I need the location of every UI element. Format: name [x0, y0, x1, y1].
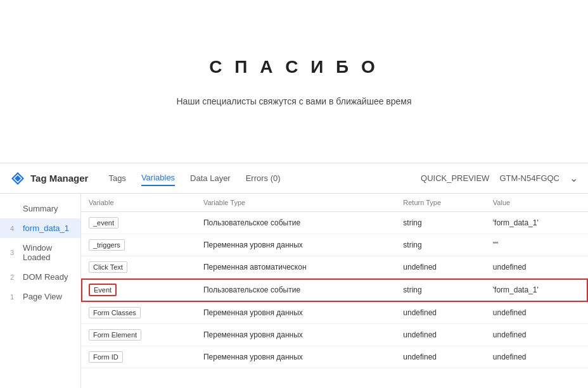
nav-datalayer[interactable]: Data Layer [190, 171, 231, 185]
variable-name: Form Element [89, 329, 141, 341]
thank-you-title: С П А С И Б О [209, 57, 379, 77]
variable-name: Form Classes [89, 307, 141, 318]
return-type: string [395, 278, 485, 302]
value-cell: undefined [485, 256, 588, 278]
main-content: Summary 4 form_data_1 3 Window Loaded 2 … [0, 194, 588, 388]
value-cell: undefined [485, 324, 588, 346]
value-cell: 'form_data_1' [485, 278, 588, 302]
container-id: GTM-N54FGQC [499, 173, 559, 183]
variable-name: Click Text [89, 261, 127, 273]
nav-tags[interactable]: Tags [108, 171, 125, 185]
nav-errors[interactable]: Errors (0) [246, 171, 281, 185]
sidebar-item-form-data-1[interactable]: 4 form_data_1 [0, 218, 80, 238]
return-type: undefined [395, 256, 485, 278]
table-row[interactable]: EventПользовательское событиеstring'form… [81, 278, 588, 302]
variable-type: Пользовательское событие [196, 278, 395, 302]
col-type: Variable Type [196, 194, 395, 212]
variables-table-area: Variable Variable Type Return Type Value… [81, 194, 588, 388]
thank-you-subtitle: Наши специалисты свяжутся с вами в ближа… [176, 96, 411, 106]
thank-you-section: С П А С И Б О Наши специалисты свяжутся … [0, 0, 588, 163]
variable-name: _event [89, 217, 118, 228]
variable-type: Переменная уровня данных [196, 346, 395, 368]
variable-type: Переменная уровня данных [196, 302, 395, 324]
chevron-down-icon[interactable]: ⌄ [570, 172, 578, 184]
variable-type: Пользовательское событие [196, 212, 395, 234]
return-type: undefined [395, 346, 485, 368]
return-type: string [395, 234, 485, 256]
tag-manager-title: Tag Manager [30, 173, 88, 184]
variable-name: _triggers [89, 239, 125, 251]
col-variable: Variable [81, 194, 196, 212]
table-row[interactable]: _eventПользовательское событиеstring'for… [81, 212, 588, 234]
variable-type: Переменная автоматическон [196, 256, 395, 278]
tag-manager-right: QUICK_PREVIEW GTM-N54FGQC ⌄ [421, 172, 578, 184]
quick-preview-label: QUICK_PREVIEW [421, 173, 489, 183]
col-value: Value [485, 194, 588, 212]
value-cell: "" [485, 234, 588, 256]
nav-variables[interactable]: Variables [141, 170, 175, 186]
return-type: string [395, 212, 485, 234]
variable-type: Переменная уровня данных [196, 324, 395, 346]
return-type: undefined [395, 324, 485, 346]
col-return-type: Return Type [395, 194, 485, 212]
sidebar-item-page-view[interactable]: 1 Page View [0, 287, 80, 306]
sidebar-item-dom-ready[interactable]: 2 DOM Ready [0, 267, 80, 287]
value-cell: undefined [485, 302, 588, 324]
variable-type: Переменная уровня данных [196, 234, 395, 256]
sidebar: Summary 4 form_data_1 3 Window Loaded 2 … [0, 194, 81, 388]
table-row[interactable]: Form ClassesПеременная уровня данныхunde… [81, 302, 588, 324]
value-cell: 'form_data_1' [485, 212, 588, 234]
variable-name: Event [89, 284, 117, 296]
tag-manager-bar: Tag Manager Tags Variables Data Layer Er… [0, 163, 588, 194]
variables-table: Variable Variable Type Return Type Value… [81, 194, 588, 368]
table-row[interactable]: Form ElementПеременная уровня данныхunde… [81, 324, 588, 346]
table-row[interactable]: _triggersПеременная уровня данныхstring"… [81, 234, 588, 256]
variable-name: Form ID [89, 351, 123, 363]
sidebar-item-summary[interactable]: Summary [0, 199, 80, 218]
tag-manager-icon [10, 171, 25, 186]
table-row[interactable]: Click TextПеременная автоматическонundef… [81, 256, 588, 278]
tag-manager-nav: Tags Variables Data Layer Errors (0) [108, 170, 280, 186]
sidebar-item-window-loaded[interactable]: 3 Window Loaded [0, 238, 80, 267]
return-type: undefined [395, 302, 485, 324]
value-cell: undefined [485, 346, 588, 368]
table-row[interactable]: Form IDПеременная уровня данныхundefined… [81, 346, 588, 368]
tag-manager-logo: Tag Manager [10, 171, 88, 186]
